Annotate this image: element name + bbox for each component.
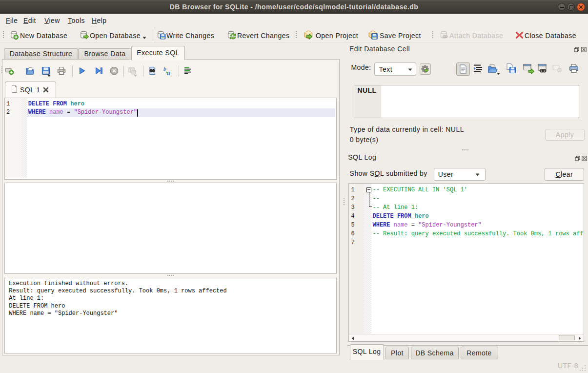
svg-text:b: b (163, 66, 166, 72)
